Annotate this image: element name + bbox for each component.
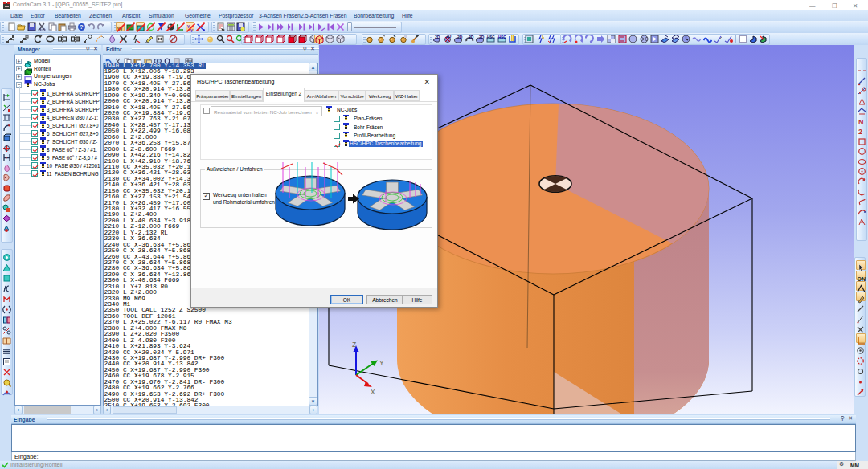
svg-text:Z: Z: [352, 341, 356, 349]
svg-text:HSC: HSC: [498, 35, 506, 39]
svg-text:Y: Y: [379, 359, 384, 367]
svg-text:X: X: [371, 388, 375, 396]
svg-text:2D: 2D: [457, 35, 463, 39]
svg-text:2D: 2D: [446, 35, 452, 39]
svg-text:2D: 2D: [469, 35, 474, 39]
svg-text:?: ?: [80, 24, 83, 30]
svg-text:2D: 2D: [479, 35, 485, 39]
svg-text:2D: 2D: [435, 35, 440, 39]
svg-text:HSC: HSC: [487, 35, 495, 39]
